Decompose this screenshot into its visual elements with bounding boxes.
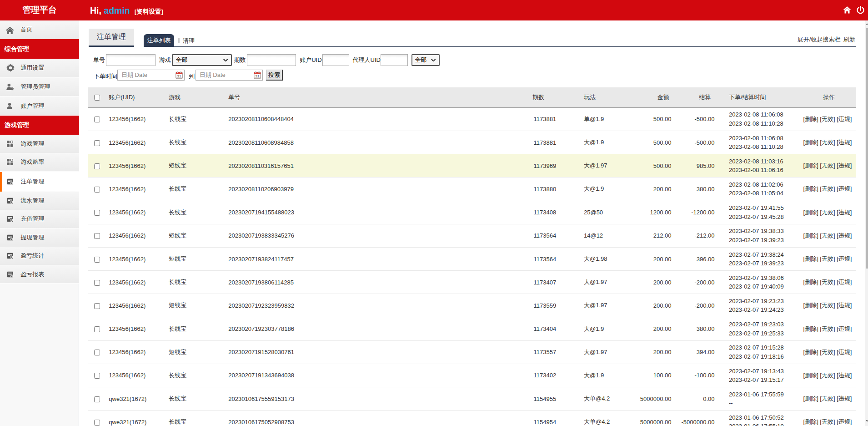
svg-text:31: 31 [177, 74, 181, 78]
svg-text:31: 31 [256, 74, 260, 78]
